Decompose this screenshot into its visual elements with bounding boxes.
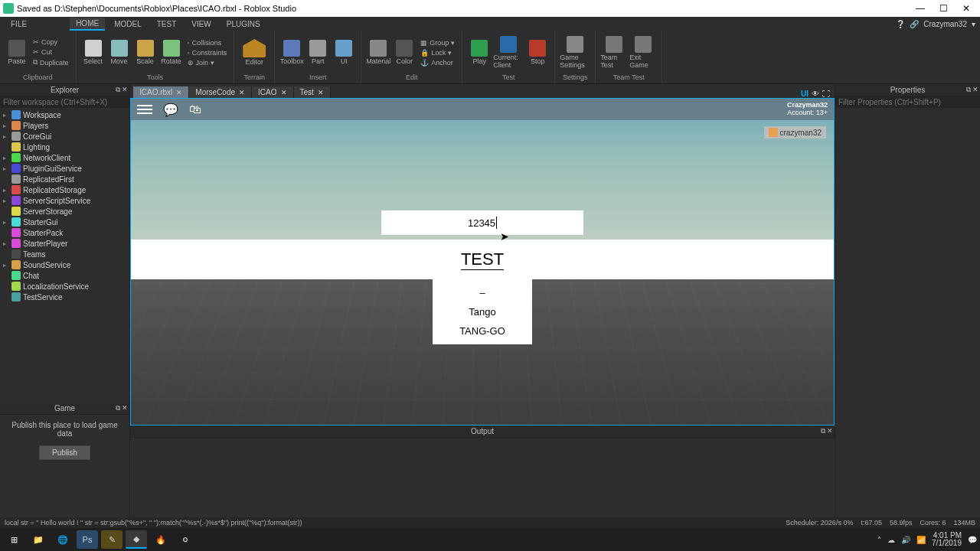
tree-item[interactable]: TestService [0,292,129,302]
taskbar-sublime[interactable]: ✎ [101,530,122,549]
tree-item[interactable]: ▸Workspace [0,109,129,120]
help-icon[interactable]: ❔ [896,20,905,28]
group-button[interactable]: ▦ Group ▾ [418,38,457,47]
user-dropdown-icon[interactable]: ▾ [972,20,975,28]
status-command: local str = " Hello world ! " str = str:… [5,519,302,527]
tree-item[interactable]: ▸ServerScriptService [0,195,129,206]
taskbar-clock[interactable]: 4:01 PM7/1/2019 [932,532,962,547]
expand-icon[interactable]: ⛶ [822,90,830,98]
move-button[interactable]: Move [107,40,132,65]
taskbar-chrome[interactable]: 🌐 [52,530,74,549]
part-button[interactable]: Part [305,40,330,65]
taskbar-app2[interactable]: 🔥 [150,530,172,549]
publish-button[interactable]: Publish [39,445,90,460]
view-selector-icon[interactable]: 👁 [812,90,819,98]
taskbar-explorer[interactable]: 📁 [28,530,49,549]
join-button[interactable]: ⊕ Join ▾ [185,58,230,67]
stop-button[interactable]: Stop [525,40,550,65]
tree-item[interactable]: ▸PluginGuiService [0,163,129,174]
output-close-icon[interactable]: ✕ [827,427,833,435]
tray-network-icon[interactable]: 📶 [916,536,926,544]
output-popout-icon[interactable]: ⧉ [821,427,825,435]
tree-item[interactable]: StarterPack [0,227,129,238]
close-icon[interactable]: ✕ [318,89,324,96]
tree-item[interactable]: ▸StarterGui [0,217,129,227]
doc-tab-morsecode[interactable]: MorseCode✕ [189,86,252,98]
tree-item[interactable]: ▸StarterPlayer [0,238,129,249]
game-popout-icon[interactable]: ⧉ [116,404,120,412]
duplicate-button[interactable]: ⧉ Duplicate [31,57,71,67]
paste-button[interactable]: Paste [5,40,29,65]
tray-up-icon[interactable]: ˄ [877,536,881,544]
tree-item[interactable]: Chat [0,270,129,281]
tree-item[interactable]: ▸CoreGui [0,131,129,142]
menu-tab-view[interactable]: VIEW [185,18,217,30]
tree-item[interactable]: ▸SoundService [0,259,129,270]
user-label[interactable]: Crazyman32 [923,20,967,28]
terrain-editor-button[interactable]: Editor [239,39,270,66]
tree-item[interactable]: Teams [0,249,129,259]
tray-notifications-icon[interactable]: 💬 [968,536,977,544]
close-icon[interactable]: ✕ [281,89,287,96]
tree-item[interactable]: ReplicatedFirst [0,174,129,184]
tray-volume-icon[interactable]: 🔊 [901,536,910,544]
explorer-popout-icon[interactable]: ⧉ [116,86,120,94]
taskbar-obs[interactable]: ⭘ [175,530,196,549]
rotate-button[interactable]: Rotate [159,40,184,65]
share-icon[interactable]: 🔗 [910,20,919,28]
exit-game-button[interactable]: Exit Game [629,36,657,69]
game-text-input[interactable]: 12345 [381,210,583,235]
maximize-button[interactable]: ☐ [933,2,954,15]
cut-button[interactable]: ✂ Cut [31,47,71,57]
properties-close-icon[interactable]: ✕ [972,86,978,94]
menu-tab-plugins[interactable]: PLUGINS [220,18,266,30]
team-test-button[interactable]: Team Test [600,36,628,69]
taskbar-app1[interactable]: Ps [77,530,98,549]
tree-item[interactable]: Lighting [0,142,129,152]
material-button[interactable]: Material [366,40,390,65]
properties-filter-input[interactable] [835,96,980,108]
tray-cloud-icon[interactable]: ☁ [887,536,895,544]
collisions-toggle[interactable]: ◦ Collisions [185,38,230,47]
constraints-toggle[interactable]: ◦ Constraints [185,48,230,57]
explorer-close-icon[interactable]: ✕ [122,86,128,94]
select-button[interactable]: Select [81,40,106,65]
menu-file[interactable]: FILE [5,18,33,30]
start-button[interactable]: ⊞ [3,530,24,549]
tree-item[interactable]: ▸Players [0,120,129,131]
tree-item[interactable]: ServerStorage [0,206,129,217]
minimize-button[interactable]: — [910,2,931,15]
tree-item[interactable]: ▸ReplicatedStorage [0,184,129,195]
game-settings-button[interactable]: Game Settings [560,36,590,69]
current-client-button[interactable]: Current: Client [493,36,524,69]
tree-item[interactable]: ▸NetworkClient [0,152,129,163]
copy-button[interactable]: ✂ Copy [31,37,71,47]
lock-button[interactable]: 🔒 Lock ▾ [418,48,457,57]
status-fps: 58.9fps [890,519,913,527]
menu-tab-model[interactable]: MODEL [108,18,148,30]
ui-button[interactable]: UI [332,40,356,65]
ui-visibility-toggle[interactable]: UI [801,90,808,98]
close-icon[interactable]: ✕ [239,89,245,96]
game-title-band: TEST [131,240,834,279]
close-icon[interactable]: ✕ [176,89,182,96]
doc-tab-test[interactable]: Test✕ [294,86,331,98]
viewport-3d[interactable]: 💬 🛍 Crazyman32 Account: 13+ crazyman32 1… [130,98,835,425]
toolbox-button[interactable]: Toolbox [279,40,304,65]
menu-tab-home[interactable]: HOME [70,18,105,31]
scale-button[interactable]: Scale [133,40,158,65]
play-button[interactable]: Play [467,40,492,65]
doc-tab-icao[interactable]: ICAO✕ [252,86,293,98]
close-button[interactable]: ✕ [956,2,977,15]
doc-tab-icao-rbxl[interactable]: ICAO.rbxl✕ [133,86,189,98]
taskbar-roblox-studio[interactable]: ◆ [126,530,147,549]
color-button[interactable]: Color [392,40,416,65]
game-close-icon[interactable]: ✕ [122,404,128,412]
explorer-filter-input[interactable] [0,96,129,108]
output-body[interactable] [130,438,835,517]
tree-item[interactable]: LocalizationService [0,281,129,292]
properties-popout-icon[interactable]: ⧉ [966,86,971,94]
menu-tab-test[interactable]: TEST [151,18,183,30]
explorer-tree[interactable]: ▸Workspace▸Players▸CoreGuiLighting▸Netwo… [0,108,129,403]
anchor-button[interactable]: ⚓ Anchor [418,58,457,67]
